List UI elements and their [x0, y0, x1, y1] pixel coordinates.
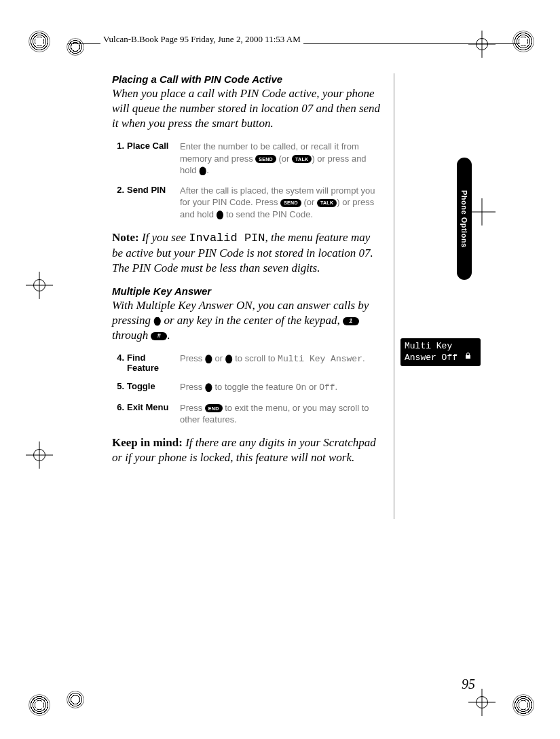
reg-mark-br — [512, 694, 534, 716]
step-desc: Enter the number to be called, or recall… — [180, 141, 384, 177]
step-label: Toggle — [127, 381, 180, 394]
step-num: 4. — [112, 353, 127, 373]
section-title-pin: Placing a Call with PIN Code Active — [112, 73, 384, 85]
talk-icon: TALK — [317, 199, 337, 207]
lcd-text: Off — [319, 382, 335, 393]
column-rule — [394, 73, 394, 519]
section-tab: Phone Options — [457, 158, 472, 280]
content-column: Placing a Call with PIN Code Active When… — [112, 73, 384, 475]
reg-mark-bl — [29, 694, 50, 716]
lcd-screen: Multi Key Answer Off — [400, 338, 481, 366]
send-icon: SEND — [280, 199, 301, 207]
crosshair-ml2 — [26, 441, 53, 469]
crosshair-tr — [468, 31, 496, 58]
lock-icon — [464, 352, 472, 363]
reg-mark-small-b — [67, 691, 84, 708]
section-title-mka: Multiple Key Answer — [112, 285, 384, 297]
lcd-text: On — [296, 382, 307, 393]
reg-mark-tr — [512, 31, 534, 52]
page-number: 95 — [462, 677, 475, 692]
step-num: 1. — [112, 141, 127, 177]
step-desc: Press to toggle the feature On or Off. — [180, 381, 384, 394]
step-label: Exit Menu — [127, 402, 180, 426]
key-hash-icon: # — [151, 332, 167, 340]
smart-button-icon — [205, 383, 212, 392]
keep-in-mind: Keep in mind: If there are any digits in… — [112, 435, 384, 465]
lcd-text: Multi Key Answer — [278, 354, 362, 364]
steps-group-b: 4. Find Feature Press or to scroll to Mu… — [112, 353, 384, 426]
scroll-up-icon — [205, 355, 212, 363]
end-icon: END — [205, 404, 223, 412]
section-body-mka: With Multiple Key Answer ON, you can ans… — [112, 298, 384, 343]
crosshair-ml — [26, 272, 53, 299]
step-row: 6. Exit Menu Press END to exit the menu,… — [112, 402, 384, 426]
step-num: 5. — [112, 381, 127, 394]
note-paragraph: Note: If you see Invalid PIN, the menu f… — [112, 230, 384, 276]
step-desc: Press or to scroll to Multi Key Answer. — [180, 353, 384, 373]
step-row: 1. Place Call Enter the number to be cal… — [112, 141, 384, 177]
talk-icon: TALK — [292, 155, 312, 163]
screen-line2: Answer Off — [405, 352, 477, 363]
reg-mark-tl — [29, 31, 50, 52]
svg-rect-0 — [466, 355, 470, 359]
step-desc: After the call is placed, the system wil… — [180, 185, 384, 221]
steps-group-a: 1. Place Call Enter the number to be cal… — [112, 141, 384, 220]
step-num: 6. — [112, 402, 127, 426]
step-label: Place Call — [127, 141, 180, 177]
scroll-down-icon — [225, 355, 233, 363]
screen-line1: Multi Key — [405, 341, 477, 352]
step-row: 4. Find Feature Press or to scroll to Mu… — [112, 353, 384, 373]
smart-button-icon — [217, 211, 224, 219]
step-label: Find Feature — [127, 353, 180, 373]
reg-mark-small — [67, 38, 84, 56]
crop-r1 — [468, 198, 496, 226]
step-desc: Press END to exit the menu, or you may s… — [180, 402, 384, 426]
step-label: Send PIN — [127, 185, 180, 221]
step-row: 5. Toggle Press to toggle the feature On… — [112, 381, 384, 394]
lcd-text: Invalid PIN — [189, 232, 265, 245]
crosshair-br — [468, 689, 496, 716]
nav-button-icon — [153, 317, 161, 326]
key-1-icon: 1 — [343, 317, 359, 325]
smart-button-icon — [199, 166, 206, 175]
step-row: 2. Send PIN After the call is placed, th… — [112, 185, 384, 221]
header-text: Vulcan-B.Book Page 95 Friday, June 2, 20… — [100, 34, 303, 45]
step-num: 2. — [112, 185, 127, 221]
send-icon: SEND — [255, 155, 276, 163]
section-body-pin: When you place a call with PIN Code acti… — [112, 86, 384, 131]
